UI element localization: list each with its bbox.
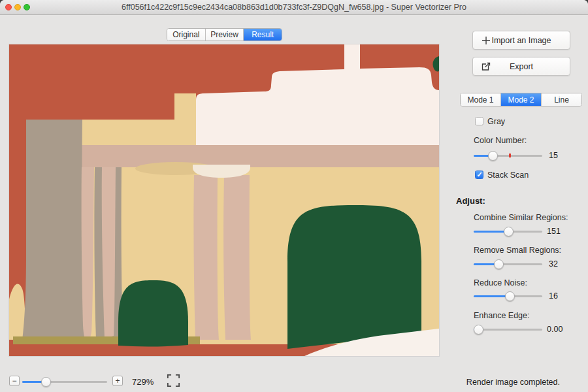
slider-thumb[interactable] (41, 377, 51, 387)
fit-screen-icon (166, 373, 181, 388)
reduce-noise-label: Reduce Noise: (474, 278, 527, 287)
combine-similar-regions-slider[interactable] (474, 226, 542, 237)
remove-small-regions-label: Remove Small Regions: (474, 246, 561, 255)
tab-original[interactable]: Original (167, 29, 205, 41)
slider-thumb[interactable] (494, 259, 504, 269)
tab-mode-2[interactable]: Mode 2 (500, 93, 541, 106)
reduce-noise-slider[interactable] (474, 291, 542, 301)
mode-tabs: Mode 1 Mode 2 Line (460, 93, 582, 106)
tab-preview[interactable]: Preview (205, 29, 244, 41)
status-message: Render image completed. (466, 378, 560, 387)
remove-small-regions-slider[interactable] (474, 259, 542, 269)
canvas-pink-column (82, 167, 94, 340)
zoom-in-button[interactable]: + (112, 376, 123, 386)
slider-thumb[interactable] (504, 227, 514, 237)
slider-red-marker (509, 154, 511, 157)
plus-icon (481, 35, 491, 46)
stack-scan-checkbox[interactable] (475, 171, 483, 179)
color-number-value: 15 (549, 151, 558, 160)
canvas-zoom-slider[interactable] (22, 376, 107, 387)
zoom-out-button[interactable]: − (9, 376, 20, 386)
app-window: 6ff056f1c422c9f15c9ec2434ca08b863d1d0b73… (0, 0, 588, 392)
import-image-button[interactable]: Import an Image (472, 31, 570, 50)
color-number-label: Color Number: (474, 136, 527, 145)
gray-checkbox[interactable] (475, 117, 483, 125)
gray-checkbox-label: Gray (487, 117, 505, 126)
canvas-gray-column (22, 120, 88, 340)
enhance-edge-label: Enhance Edge: (474, 311, 530, 320)
reduce-noise-value: 16 (549, 291, 558, 301)
enhance-edge-slider[interactable] (474, 324, 542, 335)
combine-similar-regions-label: Combine Similar Regions: (474, 213, 568, 222)
tab-line[interactable]: Line (541, 93, 581, 106)
result-view-tabs: Original Preview Result (167, 28, 282, 41)
tab-result[interactable]: Result (243, 29, 282, 41)
canvas-small-green-arch (118, 280, 188, 346)
remove-small-regions-value: 32 (549, 259, 558, 269)
image-canvas[interactable] (9, 44, 439, 356)
fit-screen-button[interactable] (166, 373, 181, 388)
vectorized-result-image (9, 44, 439, 356)
zoom-percentage: 729% (132, 377, 154, 387)
slider-thumb[interactable] (488, 151, 498, 161)
canvas-pink-band (26, 145, 439, 167)
slider-track[interactable] (474, 329, 542, 331)
canvas-large-green-arch (287, 205, 421, 349)
title-bar: 6ff056f1c422c9f15c9ec2434ca08b863d1d0b73… (0, 0, 588, 15)
slider-thumb[interactable] (505, 291, 515, 301)
enhance-edge-value: 0.00 (547, 325, 563, 334)
combine-similar-regions-value: 151 (547, 227, 561, 236)
export-button[interactable]: Export (472, 57, 570, 76)
tab-mode-1[interactable]: Mode 1 (461, 93, 500, 106)
adjust-section-label: Adjust: (456, 196, 485, 206)
window-title: 6ff056f1c422c9f15c9ec2434ca08b863d1d0b73… (0, 3, 588, 12)
stack-scan-checkbox-label: Stack Scan (487, 171, 529, 180)
color-number-slider[interactable] (474, 150, 542, 161)
export-icon (481, 61, 491, 72)
slider-thumb[interactable] (474, 325, 483, 335)
